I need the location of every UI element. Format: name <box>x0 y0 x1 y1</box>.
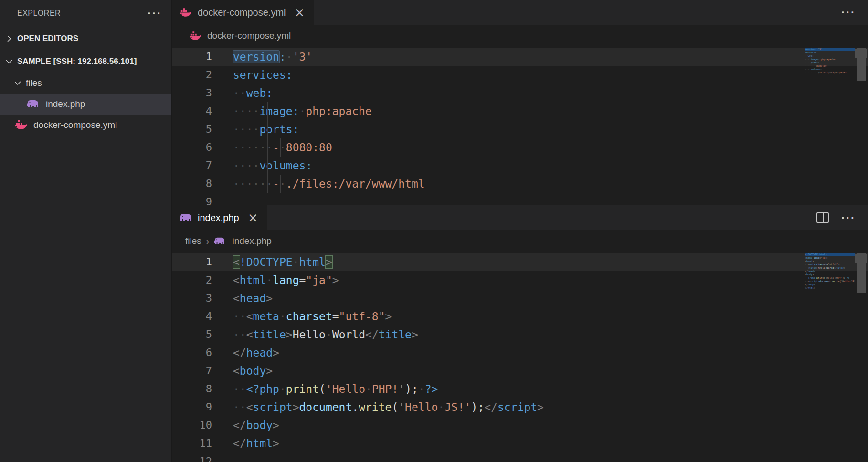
open-editors-section[interactable]: OPEN EDITORS <box>0 27 171 50</box>
minimap[interactable]: version:·'3'services:··web:····image:·ph… <box>805 48 855 74</box>
code-text[interactable]: <body> <box>233 362 273 380</box>
tab-docker-compose[interactable]: docker-compose.yml × <box>172 0 314 25</box>
line-number[interactable]: 5 <box>172 120 212 138</box>
line-number[interactable]: 10 <box>172 416 212 434</box>
code-line[interactable]: 8··<?php·print('Hello·PHP!');·?> <box>172 380 868 398</box>
code-line[interactable]: 2services: <box>172 66 868 84</box>
code-line[interactable]: 1<!DOCTYPE·html> <box>172 253 868 271</box>
code-text[interactable]: ··<?php·print('Hello·PHP!');·?> <box>233 380 438 398</box>
code-line[interactable]: 6······-·8080:80 <box>172 138 868 157</box>
line-number[interactable]: 7 <box>172 157 212 175</box>
sidebar-item-index-php[interactable]: index.php <box>0 94 171 115</box>
line-number[interactable]: 4 <box>172 102 212 120</box>
line-number[interactable]: 6 <box>172 344 212 362</box>
code-line[interactable]: 5····ports: <box>172 120 868 138</box>
code-line[interactable]: 1version:·'3' <box>172 48 868 66</box>
editor-area: docker-compose.yml × ··· <box>172 0 868 462</box>
code-line[interactable]: 3<head> <box>172 289 868 307</box>
code-text[interactable]: ····volumes: <box>233 157 312 175</box>
code-line[interactable]: 3··web: <box>172 84 868 102</box>
indent-guide <box>254 380 254 398</box>
line-number[interactable]: 9 <box>172 193 212 205</box>
code-text[interactable]: </html> <box>233 434 279 452</box>
sidebar-folder-files[interactable]: files <box>0 73 171 94</box>
scrollbar-thumb[interactable] <box>857 253 866 293</box>
line-number[interactable]: 8 <box>172 380 212 398</box>
code-editor-bottom[interactable]: 1<!DOCTYPE·html>2<html·lang="ja">3<head>… <box>172 252 868 462</box>
workspace-root-section[interactable]: SAMPLE [SSH: 192.168.56.101] <box>0 50 171 73</box>
code-line[interactable]: 4··<meta·charset="utf-8"> <box>172 307 868 326</box>
tab-label: docker-compose.yml <box>198 7 286 18</box>
code-line[interactable]: 11</html> <box>172 434 868 452</box>
sidebar-more-actions-icon[interactable]: ··· <box>148 11 162 16</box>
code-line[interactable]: 9 <box>172 193 868 205</box>
code-line[interactable]: 9··<script>document.write('Hello·JS!');<… <box>172 398 868 416</box>
line-number[interactable]: 3 <box>172 289 212 307</box>
breadcrumb-file[interactable]: index.php <box>232 236 271 246</box>
split-editor-icon[interactable] <box>816 212 829 223</box>
minimap[interactable]: <!DOCTYPE·html><html·lang="ja"><head>··<… <box>805 253 855 290</box>
code-text[interactable]: ····image:·php:apache <box>233 102 372 120</box>
code-text[interactable]: version:·'3' <box>233 48 312 66</box>
code-text[interactable]: </body> <box>233 416 279 434</box>
sidebar-item-docker-compose[interactable]: docker-compose.yml <box>0 115 171 136</box>
editor-more-actions-icon[interactable]: ··· <box>841 215 856 220</box>
line-number[interactable]: 5 <box>172 326 212 344</box>
line-number[interactable]: 2 <box>172 271 212 289</box>
tab-index-php[interactable]: index.php × <box>172 205 267 230</box>
code-line[interactable]: 2<html·lang="ja"> <box>172 271 868 289</box>
code-line[interactable]: 10</body> <box>172 416 868 434</box>
minimap-line: <head> <box>805 260 855 263</box>
breadcrumb-folder[interactable]: files <box>185 236 201 246</box>
line-number[interactable]: 11 <box>172 434 212 452</box>
code-line[interactable]: 7····volumes: <box>172 157 868 175</box>
code-text[interactable]: services: <box>233 66 293 84</box>
close-icon[interactable]: × <box>248 213 258 222</box>
code-text[interactable]: ··<script>document.write('Hello·JS!');</… <box>233 398 544 416</box>
folder-files-label: files <box>26 78 42 88</box>
minimap-line: <!DOCTYPE·html> <box>805 253 855 256</box>
scrollbar[interactable] <box>855 47 868 205</box>
code-line[interactable]: 12 <box>172 452 868 462</box>
code-text[interactable]: <html·lang="ja"> <box>233 271 339 289</box>
breadcrumb-file[interactable]: docker-compose.yml <box>207 31 291 41</box>
line-number[interactable]: 8 <box>172 175 212 193</box>
line-number[interactable]: 6 <box>172 138 212 157</box>
scrollbar[interactable] <box>855 252 868 462</box>
breadcrumb[interactable]: docker-compose.yml <box>172 25 868 47</box>
indent-guide <box>254 307 254 326</box>
line-number[interactable]: 3 <box>172 84 212 102</box>
code-line[interactable]: 8······-·./files:/var/www/html <box>172 175 868 193</box>
code-line[interactable]: 7<body> <box>172 362 868 380</box>
indent-guide <box>254 120 254 138</box>
minimap-line: ····ports: <box>805 61 855 64</box>
code-text[interactable]: ··web: <box>233 84 273 102</box>
code-text[interactable]: ··<title>Hello·World</title> <box>233 326 418 344</box>
code-line[interactable]: 6</head> <box>172 344 868 362</box>
code-editor-top[interactable]: 1version:·'3'2services:3··web:4····image… <box>172 47 868 205</box>
code-text[interactable]: <!DOCTYPE·html> <box>233 253 332 271</box>
code-text[interactable]: ····ports: <box>233 120 299 138</box>
code-text[interactable]: <head> <box>233 289 273 307</box>
line-number[interactable]: 9 <box>172 398 212 416</box>
php-elephant-icon <box>180 212 194 223</box>
line-number[interactable]: 1 <box>172 48 212 66</box>
code-text[interactable]: ··<meta·charset="utf-8"> <box>233 307 392 326</box>
editor-more-actions-icon[interactable]: ··· <box>841 10 856 15</box>
line-number[interactable]: 1 <box>172 253 212 271</box>
line-number[interactable]: 7 <box>172 362 212 380</box>
indent-guide <box>254 326 254 344</box>
breadcrumb[interactable]: files › index.php <box>172 230 868 252</box>
code-text[interactable]: </head> <box>233 344 279 362</box>
code-text[interactable]: ······-·8080:80 <box>233 138 332 157</box>
minimap-line: ······-·8080:80 <box>805 64 855 68</box>
scrollbar-thumb[interactable] <box>857 48 866 81</box>
line-number[interactable]: 2 <box>172 66 212 84</box>
minimap-line: <html·lang="ja"> <box>805 256 855 260</box>
code-line[interactable]: 5··<title>Hello·World</title> <box>172 326 868 344</box>
line-number[interactable]: 12 <box>172 452 212 462</box>
code-text[interactable]: ······-·./files:/var/www/html <box>233 175 425 193</box>
line-number[interactable]: 4 <box>172 307 212 326</box>
close-icon[interactable]: × <box>295 8 305 17</box>
code-line[interactable]: 4····image:·php:apache <box>172 102 868 120</box>
